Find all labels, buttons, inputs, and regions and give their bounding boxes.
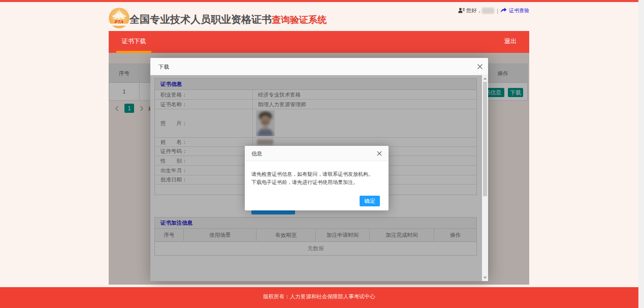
svg-text:PTA: PTA: [115, 19, 123, 24]
